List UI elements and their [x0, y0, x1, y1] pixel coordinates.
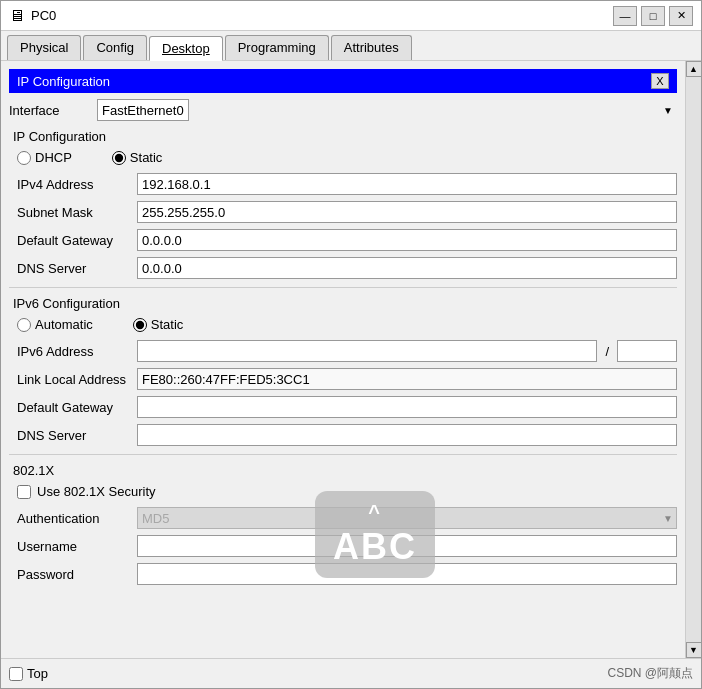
tab-bar: Physical Config Desktop Programming Attr… [1, 31, 701, 61]
content-area: IP Configuration X Interface FastEtherne… [1, 61, 701, 658]
bottom-bar: Top CSDN @阿颠点 [1, 658, 701, 688]
gateway6-input[interactable] [137, 396, 677, 418]
password-row: Password [9, 563, 677, 585]
static-label: Static [130, 150, 163, 165]
gateway6-label: Default Gateway [9, 400, 129, 415]
bottom-watermark: CSDN @阿颠点 [607, 665, 693, 682]
auto-radio[interactable] [17, 318, 31, 332]
main-panel: IP Configuration X Interface FastEtherne… [1, 61, 685, 658]
dhcp-radio[interactable] [17, 151, 31, 165]
static6-option[interactable]: Static [133, 317, 184, 332]
static6-radio[interactable] [133, 318, 147, 332]
ipv4-mode-row: DHCP Static [9, 150, 677, 165]
password-input[interactable] [137, 563, 677, 585]
interface-label: Interface [9, 103, 89, 118]
top-checkbox[interactable] [9, 667, 23, 681]
dns-row: DNS Server [9, 257, 677, 279]
ipv4-address-label: IPv4 Address [9, 177, 129, 192]
gateway-input[interactable] [137, 229, 677, 251]
window-icon: 🖥 [9, 7, 25, 25]
ip-config-title: IP Configuration [17, 74, 110, 89]
dot1x-checkbox-label: Use 802.1X Security [37, 484, 156, 499]
tab-config[interactable]: Config [83, 35, 147, 60]
scrollbar: ▲ ▼ [685, 61, 701, 658]
window-title: PC0 [31, 8, 607, 23]
gateway-label: Default Gateway [9, 233, 129, 248]
dot1x-checkbox-row: Use 802.1X Security [9, 484, 677, 499]
auth-select-wrapper: MD5 [137, 507, 677, 529]
link-local-row: Link Local Address [9, 368, 677, 390]
tab-desktop[interactable]: Desktop [149, 36, 223, 61]
scroll-down-button[interactable]: ▼ [686, 642, 702, 658]
divider-2 [9, 454, 677, 455]
close-button[interactable]: ✕ [669, 6, 693, 26]
interface-select-wrapper: FastEthernet0 [97, 99, 677, 121]
ipv6-slash: / [605, 344, 609, 359]
bottom-left: Top [9, 666, 48, 681]
dns-input[interactable] [137, 257, 677, 279]
ipv4-section-label: IP Configuration [9, 129, 677, 144]
subnet-mask-row: Subnet Mask [9, 201, 677, 223]
auto-option[interactable]: Automatic [17, 317, 93, 332]
tab-attributes[interactable]: Attributes [331, 35, 412, 60]
tab-programming[interactable]: Programming [225, 35, 329, 60]
ipv6-address-label: IPv6 Address [9, 344, 129, 359]
ipv4-address-input[interactable] [137, 173, 677, 195]
ipv6-prefix-input[interactable] [617, 340, 677, 362]
username-label: Username [9, 539, 129, 554]
dot1x-checkbox[interactable] [17, 485, 31, 499]
auth-label: Authentication [9, 511, 129, 526]
ip-config-close-button[interactable]: X [651, 73, 669, 89]
gateway6-row: Default Gateway [9, 396, 677, 418]
subnet-mask-input[interactable] [137, 201, 677, 223]
ipv6-section-label: IPv6 Configuration [9, 296, 677, 311]
password-label: Password [9, 567, 129, 582]
main-window: 🖥 PC0 — □ ✕ Physical Config Desktop Prog… [0, 0, 702, 689]
title-controls: — □ ✕ [613, 6, 693, 26]
title-bar: 🖥 PC0 — □ ✕ [1, 1, 701, 31]
static-radio[interactable] [112, 151, 126, 165]
dns6-input[interactable] [137, 424, 677, 446]
interface-row: Interface FastEthernet0 [9, 99, 677, 121]
link-local-label: Link Local Address [9, 372, 129, 387]
top-label: Top [27, 666, 48, 681]
auto-label: Automatic [35, 317, 93, 332]
subnet-mask-label: Subnet Mask [9, 205, 129, 220]
auth-select[interactable]: MD5 [137, 507, 677, 529]
dhcp-label: DHCP [35, 150, 72, 165]
link-local-input[interactable] [137, 368, 677, 390]
dot1x-section-label: 802.1X [9, 463, 677, 478]
auth-row: Authentication MD5 [9, 507, 677, 529]
static6-label: Static [151, 317, 184, 332]
dns6-row: DNS Server [9, 424, 677, 446]
ipv6-mode-row: Automatic Static [9, 317, 677, 332]
dns-label: DNS Server [9, 261, 129, 276]
gateway-row: Default Gateway [9, 229, 677, 251]
scroll-up-button[interactable]: ▲ [686, 61, 702, 77]
static-option[interactable]: Static [112, 150, 163, 165]
tab-physical[interactable]: Physical [7, 35, 81, 60]
ipv6-address-input[interactable] [137, 340, 597, 362]
minimize-button[interactable]: — [613, 6, 637, 26]
dns6-label: DNS Server [9, 428, 129, 443]
username-row: Username [9, 535, 677, 557]
divider-1 [9, 287, 677, 288]
dhcp-option[interactable]: DHCP [17, 150, 72, 165]
scroll-track[interactable] [686, 77, 701, 642]
ipv4-address-row: IPv4 Address [9, 173, 677, 195]
username-input[interactable] [137, 535, 677, 557]
interface-select[interactable]: FastEthernet0 [97, 99, 189, 121]
maximize-button[interactable]: □ [641, 6, 665, 26]
ipv6-address-row: IPv6 Address / [9, 340, 677, 362]
ip-config-header: IP Configuration X [9, 69, 677, 93]
